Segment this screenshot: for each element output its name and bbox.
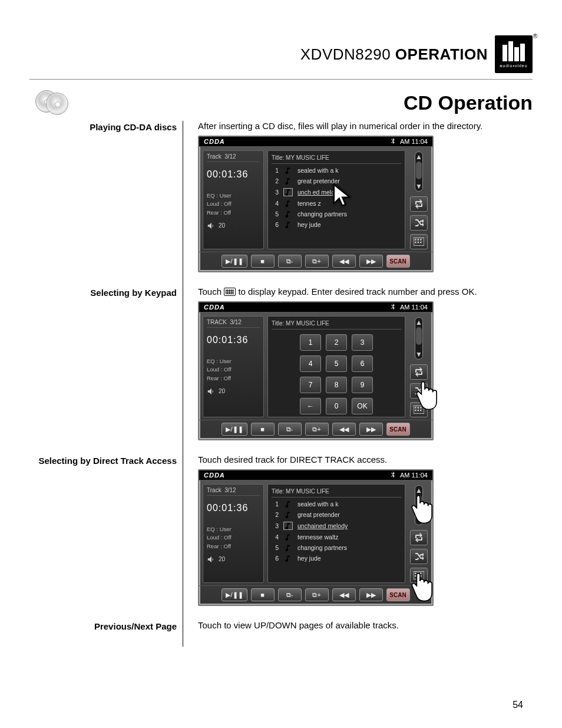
page-header: XDVDN8290 OPERATION ® audio•video bbox=[29, 35, 533, 80]
keypad-button[interactable] bbox=[410, 234, 428, 249]
keypad-6[interactable]: 6 bbox=[352, 355, 373, 372]
instr-direct-track: Touch desired track for DIRECT TRACK acc… bbox=[198, 454, 533, 465]
forward-button[interactable]: ▶▶ bbox=[359, 588, 383, 601]
eq-status: EQ : User bbox=[207, 357, 260, 365]
music-note-icon bbox=[283, 522, 293, 530]
shuffle-button[interactable] bbox=[410, 549, 428, 564]
track-name: tennesse waltz bbox=[297, 533, 338, 541]
track-name: hey jude bbox=[297, 555, 321, 562]
track-name: tennes z bbox=[297, 200, 321, 207]
eq-status: EQ : User bbox=[207, 192, 260, 200]
track-row[interactable]: 3 unchained melody bbox=[272, 521, 401, 531]
track-name: sealed with a k bbox=[297, 500, 338, 508]
scrollbar[interactable]: ▲ ▼ bbox=[415, 151, 423, 192]
scroll-up-icon[interactable]: ▲ bbox=[415, 319, 422, 326]
stop-button[interactable]: ■ bbox=[251, 423, 275, 436]
track-name: changing partners bbox=[297, 210, 347, 218]
hand-pointer-icon bbox=[411, 379, 438, 412]
label-prev-next: Previous/Next Page bbox=[29, 620, 183, 647]
track-row[interactable]: 6 hey jude bbox=[272, 220, 401, 229]
loud-status: Loud : Off bbox=[207, 200, 260, 208]
scroll-down-icon[interactable]: ▼ bbox=[415, 351, 422, 358]
folder-prev-button[interactable]: ⧉- bbox=[278, 588, 302, 601]
elapsed-time: 00:01:36 bbox=[207, 503, 260, 513]
music-note-icon bbox=[283, 511, 293, 518]
track-row[interactable]: 1 sealed with a k bbox=[272, 500, 401, 508]
scroll-thumb[interactable] bbox=[416, 162, 422, 179]
track-number: 6 bbox=[273, 221, 279, 228]
rear-status: Rear : Off bbox=[207, 542, 260, 551]
keypad-7[interactable]: 7 bbox=[300, 377, 321, 393]
keypad-1[interactable]: 1 bbox=[300, 334, 321, 351]
folder-next-button[interactable]: ⧉+ bbox=[305, 423, 329, 436]
device-screenshot-direct: CDDA AM 11:04 Track 3/12 00:01:36 EQ : U… bbox=[198, 469, 434, 606]
music-note-icon bbox=[283, 200, 293, 207]
scan-button[interactable]: SCAN bbox=[386, 423, 410, 436]
scroll-down-icon[interactable]: ▼ bbox=[415, 183, 422, 190]
keypad-ok[interactable]: OK bbox=[352, 398, 373, 414]
folder-prev-button[interactable]: ⧉- bbox=[278, 423, 302, 436]
track-number: 1 bbox=[273, 167, 279, 174]
device-clock: AM 11:04 bbox=[389, 304, 428, 311]
title-bar: Title: MY MUSIC LIFE bbox=[272, 487, 401, 498]
forward-button[interactable]: ▶▶ bbox=[359, 423, 383, 436]
track-row[interactable]: 6 hey jude bbox=[272, 554, 401, 562]
track-row[interactable]: 1 sealed with a k bbox=[272, 166, 401, 174]
logo-subtext: audio•video bbox=[500, 64, 527, 68]
keypad-5[interactable]: 5 bbox=[326, 355, 347, 372]
scroll-thumb[interactable] bbox=[416, 327, 422, 345]
forward-button[interactable]: ▶▶ bbox=[359, 255, 383, 268]
music-note-icon bbox=[283, 500, 293, 508]
folder-next-button[interactable]: ⧉+ bbox=[305, 588, 329, 601]
keypad-2[interactable]: 2 bbox=[326, 334, 347, 351]
keypad-0[interactable]: 0 bbox=[326, 398, 347, 414]
keypad-back[interactable]: ← bbox=[300, 398, 321, 414]
cd-disc-icon bbox=[35, 90, 71, 115]
keypad-9[interactable]: 9 bbox=[352, 377, 373, 393]
page-title: CD Operation bbox=[71, 91, 533, 114]
shuffle-button[interactable] bbox=[410, 215, 428, 230]
track-indicator: Track 3/12 bbox=[207, 153, 260, 162]
header-title: XDVDN8290 OPERATION bbox=[300, 45, 488, 64]
play-pause-button[interactable]: ▶/❚❚ bbox=[222, 255, 247, 268]
device-brand: CDDA bbox=[204, 304, 225, 311]
keypad-8[interactable]: 8 bbox=[326, 377, 347, 393]
rewind-button[interactable]: ◀◀ bbox=[332, 423, 356, 436]
music-note-icon bbox=[283, 177, 293, 185]
track-row[interactable]: 4 tennesse waltz bbox=[272, 533, 401, 541]
folder-prev-button[interactable]: ⧉- bbox=[278, 255, 302, 268]
volume-value: 20 bbox=[219, 388, 225, 394]
track-number: 5 bbox=[273, 210, 279, 218]
instr-prev-next: Touch to view UP/DOWN pages of available… bbox=[198, 620, 533, 630]
stop-button[interactable]: ■ bbox=[251, 588, 275, 601]
repeat-button[interactable] bbox=[410, 196, 428, 212]
volume-value: 20 bbox=[219, 222, 225, 229]
eq-status: EQ : User bbox=[207, 525, 260, 533]
folder-next-button[interactable]: ⧉+ bbox=[305, 255, 329, 268]
rewind-button[interactable]: ◀◀ bbox=[332, 255, 356, 268]
scroll-up-icon[interactable]: ▲ bbox=[415, 153, 422, 160]
rewind-button[interactable]: ◀◀ bbox=[332, 588, 356, 601]
track-number: 6 bbox=[273, 555, 279, 562]
repeat-button[interactable] bbox=[410, 364, 428, 380]
instr-playing-cdda: After inserting a CD disc, files will pl… bbox=[198, 121, 533, 131]
title-bar: Title: MY MUSIC LIFE bbox=[272, 153, 401, 164]
stop-button[interactable]: ■ bbox=[251, 255, 275, 268]
scan-button[interactable]: SCAN bbox=[386, 255, 410, 268]
volume-row: 20 bbox=[207, 222, 260, 230]
elapsed-time: 00:01:36 bbox=[207, 169, 260, 180]
music-note-icon bbox=[283, 210, 293, 218]
repeat-button[interactable] bbox=[410, 530, 428, 545]
play-pause-button[interactable]: ▶/❚❚ bbox=[222, 588, 247, 601]
play-pause-button[interactable]: ▶/❚❚ bbox=[222, 423, 247, 436]
track-name: changing partners bbox=[297, 544, 347, 551]
label-keypad: Selecting by Keypad bbox=[29, 286, 183, 454]
keypad-3[interactable]: 3 bbox=[352, 334, 373, 351]
track-row[interactable]: 2 great pretender bbox=[272, 510, 401, 519]
track-row[interactable]: 5 changing partners bbox=[272, 543, 401, 552]
scrollbar[interactable]: ▲ ▼ bbox=[415, 317, 423, 360]
keypad-4[interactable]: 4 bbox=[300, 355, 321, 372]
music-note-icon bbox=[283, 167, 293, 174]
track-row[interactable]: 5 changing partners bbox=[272, 210, 401, 218]
device-center-panel: Title: MY MUSIC LIFE 123456789 ← 0 OK bbox=[267, 316, 405, 417]
